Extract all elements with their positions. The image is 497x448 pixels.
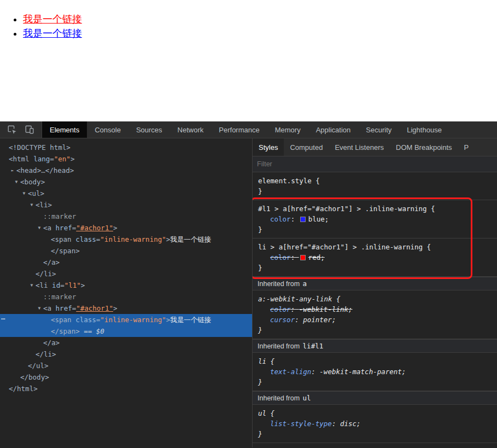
dom-tree-line[interactable]: ⋯<span class="inline-warning">我是一个链接 <box>0 314 252 325</box>
styles-tab-bar: StylesComputedEvent ListenersDOM Breakpo… <box>253 138 497 156</box>
dom-token-meta: == $0 <box>80 327 104 335</box>
dom-tree-line[interactable]: </span> == $0 <box>0 325 252 337</box>
css-property-value: -webkit-match-parent; <box>319 368 406 376</box>
dom-tree-line[interactable]: </a> <box>0 337 252 348</box>
css-property[interactable]: color: red; <box>258 252 493 263</box>
css-selector-text: li > a[href="#achor1"] > .inline-warning <box>258 243 423 251</box>
styles-sidebar: StylesComputedEvent ListenersDOM Breakpo… <box>253 138 497 447</box>
styles-rules-list: element.style {}#l1 > a[href="#achor1"] … <box>253 172 497 443</box>
devtools-tab-elements[interactable]: Elements <box>42 121 87 138</box>
css-property-name: text-align <box>270 368 311 376</box>
css-property[interactable]: text-align: -webkit-match-parent; <box>258 366 493 377</box>
elements-dom-tree: <!DOCTYPE html><html lang="en">►<head>…<… <box>0 138 253 447</box>
dom-token-val: "en" <box>54 155 71 163</box>
css-property-name: color <box>270 215 291 223</box>
devtools-toolbar-icons <box>0 121 42 138</box>
devtools-tab-network[interactable]: Network <box>170 121 212 138</box>
dom-tree-line[interactable]: </html> <box>0 383 252 394</box>
dom-tree-line[interactable]: </a> <box>0 257 252 268</box>
css-rule[interactable]: #l1 > a[href="#achor1"] > .inline-warnin… <box>253 200 497 238</box>
devtools-tab-application[interactable]: Application <box>308 121 359 138</box>
dom-token-attr: id <box>52 281 60 289</box>
devtools-tab-lighthouse[interactable]: Lighthouse <box>399 121 449 138</box>
page-list-item: 我是一个链接 <box>23 12 497 26</box>
css-rule[interactable]: ul {list-style-type: disc;} <box>253 405 497 443</box>
dom-tree-line[interactable]: ▼<li id="l1"> <box>0 280 252 291</box>
dom-tree-line[interactable]: <!DOCTYPE html> <box>0 142 252 153</box>
dom-token-tag: </a> <box>43 339 60 347</box>
css-property[interactable]: cursor: pointer; <box>258 315 493 325</box>
css-rule[interactable]: li > a[href="#achor1"] > .inline-warning… <box>253 238 497 277</box>
css-rule-selector: ul { <box>258 408 493 418</box>
css-property-name: cursor <box>270 316 295 324</box>
inherited-source-link[interactable]: a <box>303 280 307 288</box>
dom-token-gray: ::marker <box>43 293 76 301</box>
chevron-down-icon[interactable]: ▼ <box>36 302 43 314</box>
device-toolbar-icon[interactable] <box>23 123 36 136</box>
chevron-down-icon[interactable]: ▼ <box>28 199 35 211</box>
chevron-down-icon[interactable]: ▼ <box>36 222 43 234</box>
css-selector-text: li <box>258 357 266 365</box>
dom-tree-line[interactable]: ▼<body> <box>0 176 252 188</box>
devtools-toolbar: ElementsConsoleSourcesNetworkPerformance… <box>0 121 497 138</box>
more-actions-icon[interactable]: ⋯ <box>1 313 5 324</box>
dom-tree-line[interactable]: <html lang="en"> <box>0 153 252 165</box>
dom-tree-line[interactable]: ::marker <box>0 211 252 222</box>
dom-token-tag: <span <box>51 316 75 324</box>
dom-tree-line[interactable]: ::marker <box>0 291 252 302</box>
dom-tree-line[interactable]: </ul> <box>0 360 252 371</box>
dom-token-val: "l1" <box>65 281 81 289</box>
css-selector-text: ul <box>258 409 266 417</box>
devtools-tab-memory[interactable]: Memory <box>267 121 308 138</box>
inherited-source-link[interactable]: li#l1 <box>303 342 324 350</box>
inherited-from-header: Inherited from ul <box>253 391 497 405</box>
dom-tree-line[interactable]: ▼<li> <box>0 199 252 211</box>
dom-token-val: "inline-warning" <box>100 316 166 324</box>
devtools-tab-performance[interactable]: Performance <box>211 121 267 138</box>
color-swatch[interactable] <box>300 217 306 222</box>
dom-tree-line[interactable]: ▼<ul> <box>0 188 252 199</box>
inspect-element-icon[interactable] <box>5 123 19 136</box>
dom-token-tag: </html> <box>9 385 38 393</box>
dom-tree-line[interactable]: </li> <box>0 348 252 360</box>
styles-tab-styles[interactable]: Styles <box>253 138 284 156</box>
dom-tree-line[interactable]: ▼<a href="#achor1"> <box>0 302 252 314</box>
styles-tab-dom-breakpoints[interactable]: DOM Breakpoints <box>390 138 458 156</box>
css-rule-close-brace: } <box>258 429 493 439</box>
styles-tab-p[interactable]: P <box>458 138 475 156</box>
css-rule[interactable]: element.style {} <box>253 172 497 200</box>
css-property[interactable]: color: -webkit-link; <box>258 304 493 315</box>
dom-tree-line[interactable]: </li> <box>0 268 252 280</box>
css-selector-text: a:-webkit-any-link <box>258 295 332 303</box>
chevron-down-icon[interactable]: ▼ <box>28 280 35 291</box>
chevron-down-icon[interactable]: ▼ <box>13 176 20 188</box>
color-swatch[interactable] <box>300 255 306 260</box>
dom-token-gray: ::marker <box>43 212 76 220</box>
styles-tab-event-listeners[interactable]: Event Listeners <box>329 138 390 156</box>
dom-token-tag: > <box>113 224 118 232</box>
chevron-down-icon[interactable]: ▼ <box>21 188 27 199</box>
inherited-source-link[interactable]: ul <box>303 394 311 402</box>
styles-tab-computed[interactable]: Computed <box>284 138 329 156</box>
dom-token-val: "inline-warning" <box>100 235 166 243</box>
inherited-from-header: Inherited from li#l1 <box>253 339 497 353</box>
css-property[interactable]: color: blue; <box>258 214 493 224</box>
styles-filter-input[interactable] <box>257 160 493 168</box>
dom-tree-line[interactable]: <span class="inline-warning">我是一个链接 <box>0 234 252 245</box>
css-rule[interactable]: a:-webkit-any-link {color: -webkit-link;… <box>253 290 497 339</box>
css-rule-close-brace: } <box>258 263 493 273</box>
devtools-tab-security[interactable]: Security <box>358 121 399 138</box>
devtools-tab-console[interactable]: Console <box>87 121 128 138</box>
page-link[interactable]: 我是一个链接 <box>23 14 82 25</box>
dom-tree-line[interactable]: </body> <box>0 371 252 383</box>
chevron-right-icon[interactable]: ► <box>9 165 16 176</box>
page-link[interactable]: 我是一个链接 <box>23 28 82 39</box>
dom-tree-line[interactable]: </span> <box>0 245 252 257</box>
css-rule-selector: #l1 > a[href="#achor1"] > .inline-warnin… <box>258 203 493 214</box>
css-rule[interactable]: li {text-align: -webkit-match-parent;} <box>253 353 497 391</box>
devtools-tab-sources[interactable]: Sources <box>128 121 170 138</box>
devtools-panel: ElementsConsoleSourcesNetworkPerformance… <box>0 121 497 448</box>
dom-tree-line[interactable]: ▼<a href="#achor1"> <box>0 222 252 234</box>
css-property[interactable]: list-style-type: disc; <box>258 418 493 429</box>
dom-tree-line[interactable]: ►<head>…</head> <box>0 165 252 176</box>
